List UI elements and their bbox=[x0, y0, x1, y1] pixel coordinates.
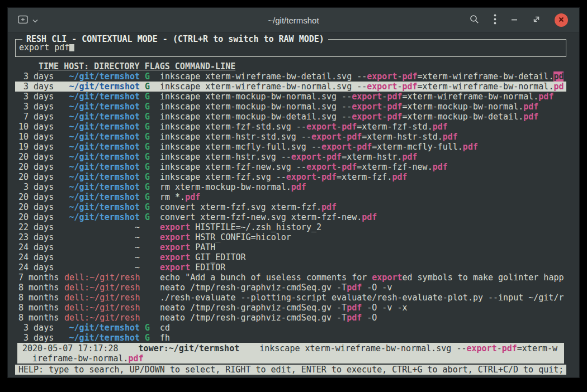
history-row[interactable]: 20 days~/git/termshotGinkscape xterm-fzf… bbox=[15, 172, 566, 182]
command-segment: neato /tmp/resh-graphviz-cmdSeq.gv -T bbox=[160, 303, 347, 313]
command-segment: inkscape xterm-hstr.svg -- bbox=[160, 152, 291, 162]
history-row[interactable]: 24 days~export PATH bbox=[15, 242, 566, 252]
command-segment: export bbox=[367, 71, 397, 82]
search-button[interactable] bbox=[470, 15, 479, 26]
status-timestamp: 2020-05-07 17:17:28 bbox=[22, 343, 119, 353]
status-line-1: 2020-05-07 17:17:28tower:~/git/termshoti… bbox=[22, 343, 564, 353]
history-row[interactable]: 7 days~/git/termshotGinkscape xterm-mock… bbox=[15, 112, 566, 122]
history-flags: G bbox=[145, 142, 150, 152]
history-row[interactable]: 19 days~/git/termshotGinkscape xterm-mcf… bbox=[15, 142, 566, 152]
history-row[interactable]: 3 days~/git/termshotGinkscape xterm-wire… bbox=[15, 71, 566, 82]
command-segment: export bbox=[352, 102, 382, 112]
history-row[interactable]: 8 monthsdell:~/git/reshneato /tmp/resh-g… bbox=[15, 283, 566, 293]
command-segment: export bbox=[321, 142, 352, 152]
history-row[interactable]: 20 days~/git/termshotGrm *.pdf bbox=[15, 192, 566, 202]
history-command: inkscape xterm-fzf-std.svg --export-pdf=… bbox=[160, 122, 566, 132]
history-directory: ~/git/termshot bbox=[64, 92, 140, 102]
history-row[interactable]: 20 days~/git/termshotGconvert xterm-fzf-… bbox=[15, 212, 566, 222]
history-row[interactable]: 8 monthsdell:~/git/resh./resh-evaluate -… bbox=[15, 293, 566, 303]
query-box[interactable]: RESH CLI - CONTEXTUAL MODE - (CTRL+R to … bbox=[15, 39, 566, 57]
history-row[interactable]: 20 days~/git/termshotGconvert xterm-fzf.… bbox=[15, 202, 566, 212]
history-row[interactable]: 10 days~/git/termshotGinkscape xterm-fzf… bbox=[15, 122, 566, 132]
command-segment: pdf bbox=[403, 152, 418, 162]
history-row[interactable]: 23 days~export HSTR_CONFIG=hicolor bbox=[15, 232, 566, 242]
history-row[interactable]: 8 monthsdell:~/git/reshneato /tmp/resh-g… bbox=[15, 313, 566, 323]
history-command: neato /tmp/resh-graphviz-cmdSeq.gv -Tpdf… bbox=[160, 303, 566, 313]
command-segment: -O -v -x bbox=[362, 303, 407, 313]
command-segment: - bbox=[337, 162, 342, 172]
history-time: 3 days bbox=[18, 182, 59, 192]
command-segment: =xterm-w bbox=[517, 343, 557, 353]
history-directory: ~/git/termshot bbox=[64, 122, 140, 132]
command-segment: pdf bbox=[342, 122, 357, 132]
command-segment: ed symbols to make golinter happ bbox=[402, 273, 564, 283]
history-directory: ~/git/termshot bbox=[64, 71, 140, 82]
restore-icon bbox=[532, 16, 540, 25]
history-flags: G bbox=[145, 162, 150, 172]
history-command: inkscape xterm-mockup-bw-normal.svg --ex… bbox=[160, 92, 566, 102]
history-directory: ~/git/termshot bbox=[64, 192, 140, 202]
history-directory: ~/git/termshot bbox=[64, 212, 140, 222]
command-segment: EDITOR bbox=[190, 262, 225, 273]
history-row-selected[interactable]: 3 days~/git/termshotGinkscape xterm-wire… bbox=[15, 82, 566, 92]
history-flags: G bbox=[145, 172, 150, 182]
history-time: 10 days bbox=[18, 122, 59, 132]
minimize-button[interactable] bbox=[511, 16, 518, 25]
history-time: 20 days bbox=[18, 212, 59, 222]
history-row[interactable]: 10 days~/git/termshotGinkscape xterm-hst… bbox=[15, 132, 566, 142]
history-row[interactable]: 3 days~/git/termshotGcd bbox=[15, 323, 566, 333]
command-segment: =xterm-mockup-bw-normal. bbox=[402, 102, 523, 112]
command-segment: pdf bbox=[502, 343, 517, 353]
history-command: inkscape xterm-mockup-bw-normal.svg --ex… bbox=[160, 102, 566, 112]
minimize-icon bbox=[511, 16, 518, 25]
history-row[interactable]: 3 days~/git/termshotGinkscape xterm-mock… bbox=[15, 92, 566, 102]
text-cursor bbox=[69, 43, 74, 51]
history-row[interactable]: 3 days~/git/termshotGrm xterm-mockup-bw-… bbox=[15, 182, 566, 192]
command-segment: inkscape xterm-mockup-bw-detail.svg -- bbox=[160, 112, 352, 122]
command-segment: pdf bbox=[321, 202, 337, 212]
history-flags bbox=[145, 232, 150, 242]
command-segment: - bbox=[342, 132, 347, 142]
history-row[interactable]: 24 days~export EDITOR bbox=[15, 262, 566, 273]
history-command: inkscape xterm-hstr-std.svg --export-pdf… bbox=[160, 132, 566, 142]
command-segment: pdf bbox=[402, 82, 417, 92]
history-row[interactable]: 20 days~/git/termshotGinkscape xterm-hst… bbox=[15, 152, 566, 162]
history-time: 19 days bbox=[18, 142, 59, 152]
command-segment: =xterm-fzf-std. bbox=[357, 122, 432, 132]
history-command: fh bbox=[160, 333, 566, 343]
history-row[interactable]: 3 days~/git/termshotGfh bbox=[15, 333, 566, 343]
command-segment: inkscape xterm-hstr-std.svg -- bbox=[160, 132, 311, 142]
command-segment: export bbox=[466, 343, 496, 353]
history-directory: dell:~/git/resh bbox=[64, 303, 140, 313]
terminal-window: ~/git/termshot bbox=[8, 8, 579, 377]
history-time: 20 days bbox=[18, 192, 59, 202]
history-flags bbox=[145, 293, 150, 303]
history-row[interactable]: 8 monthsdell:~/git/reshneato /tmp/resh-g… bbox=[15, 303, 566, 313]
history-time: 7 days bbox=[18, 112, 59, 122]
history-command: convert xterm-fzf.svg xterm-fzf.pdf bbox=[160, 202, 566, 212]
history-row[interactable]: 20 days~/git/termshotGinkscape xterm-fzf… bbox=[15, 162, 566, 172]
command-segment: rm *. bbox=[160, 192, 185, 202]
history-flags: G bbox=[145, 82, 150, 92]
command-segment: export bbox=[160, 232, 190, 242]
command-segment: inkscape xterm-wireframe-bw-normal.svg -… bbox=[259, 343, 466, 353]
command-segment: -O bbox=[362, 313, 377, 323]
history-row[interactable]: 24 days~export GIT_EDITOR bbox=[15, 252, 566, 262]
command-segment: convert xterm-fzf-new.svg xterm-fzf-new. bbox=[160, 212, 362, 222]
command-segment: inkscape xterm-fzf.svg -- bbox=[160, 172, 286, 182]
history-row[interactable]: 7 monthsdell:~/git/reshecho "Add a bunch… bbox=[15, 273, 566, 283]
restore-button[interactable] bbox=[532, 16, 540, 25]
close-button[interactable] bbox=[555, 13, 568, 27]
history-row[interactable]: 3 days~/git/termshotGinkscape xterm-mock… bbox=[15, 102, 566, 112]
history-directory: ~/git/termshot bbox=[64, 102, 140, 112]
history-flags bbox=[145, 283, 150, 293]
history-flags: G bbox=[145, 152, 150, 162]
history-time: 23 days bbox=[18, 232, 59, 242]
command-segment: export bbox=[372, 273, 402, 283]
titlebar: ~/git/termshot bbox=[8, 8, 579, 32]
command-segment: pdf bbox=[347, 313, 362, 323]
command-segment: pd bbox=[553, 71, 564, 82]
command-segment: neato /tmp/resh-graphviz-cmdSeq.gv -T bbox=[160, 283, 347, 293]
history-row[interactable]: 22 days~export HISTFILE=~/.zsh_history_2 bbox=[15, 222, 566, 232]
menu-button[interactable] bbox=[494, 14, 496, 26]
